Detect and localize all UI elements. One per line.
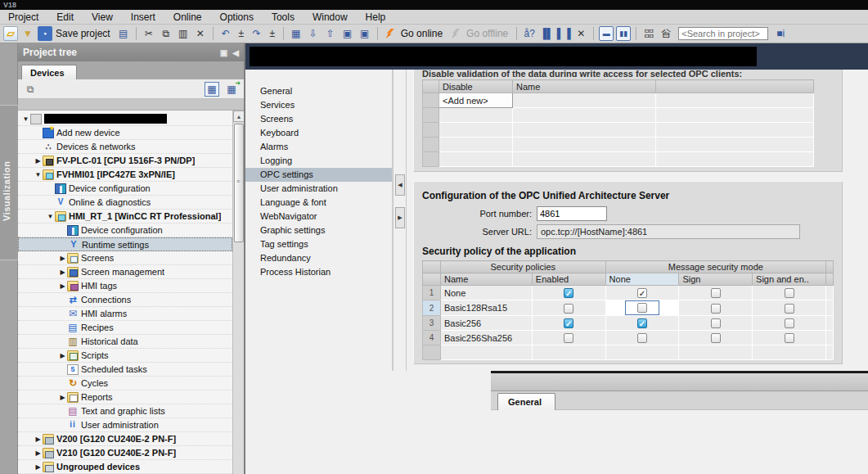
tree-item-hmi-alarms[interactable]: HMI alarms	[18, 307, 232, 321]
collapse-left-icon[interactable]: ◀	[395, 174, 405, 196]
tab-general[interactable]: General	[497, 393, 555, 410]
policy-name-cell[interactable]: Basic256	[440, 316, 532, 331]
sign-and-encrypt-cell[interactable]	[753, 331, 826, 345]
accessible-devices-icon[interactable]: å?	[522, 26, 537, 41]
checkbox-unchecked[interactable]	[711, 318, 721, 328]
column-header-enabled[interactable]: Enabled	[532, 273, 605, 286]
security-policy-row-basic256sha256[interactable]: 4Basic256Sha256	[423, 331, 834, 345]
table-row[interactable]	[423, 108, 814, 123]
security-policy-row-none[interactable]: 1None✓✓	[423, 286, 834, 300]
cross-reference-icon[interactable]: ✕	[573, 26, 588, 41]
enabled-cell[interactable]	[532, 300, 605, 316]
redo-dropdown-icon[interactable]: ±	[267, 26, 278, 41]
save-project-button[interactable]: Save project	[56, 28, 110, 39]
none-cell[interactable]: ✓	[605, 286, 679, 300]
menu-window[interactable]: Window	[313, 11, 348, 23]
checkbox-checked[interactable]: ✓	[637, 318, 647, 328]
pane-splitter[interactable]: ◀ ▶	[393, 70, 407, 371]
checkbox-unchecked[interactable]	[637, 303, 647, 313]
menu-help[interactable]: Help	[366, 11, 386, 23]
security-policy-row-basic256[interactable]: 3Basic256✓✓	[423, 316, 834, 331]
table-row[interactable]	[423, 138, 814, 152]
sign-cell[interactable]	[679, 286, 753, 300]
copy-icon[interactable]: ⧉	[159, 26, 173, 41]
settings-category-services[interactable]: Services	[245, 98, 392, 112]
paste-icon[interactable]: ▥	[176, 26, 191, 41]
none-cell[interactable]	[605, 331, 679, 345]
tree-item-scripts[interactable]: ▶Scripts	[18, 349, 232, 363]
scroll-up-icon[interactable]: ▲	[233, 111, 244, 122]
none-cell[interactable]	[605, 300, 679, 316]
go-offline-button[interactable]: Go offline	[466, 28, 508, 39]
expander-right-icon[interactable]: ▶	[34, 449, 43, 457]
expander-right-icon[interactable]: ▶	[58, 352, 67, 359]
tree-item-add-new-device[interactable]: Add new device	[18, 126, 232, 140]
split-editor-horizontal-icon[interactable]: ▬	[599, 26, 614, 41]
expander-right-icon[interactable]: ▶	[58, 282, 67, 290]
tree-item-reports[interactable]: ▶Reports	[18, 390, 232, 404]
port-number-input[interactable]	[537, 206, 607, 221]
menu-tools[interactable]: Tools	[272, 11, 295, 23]
redo-icon[interactable]: ↷	[250, 26, 264, 41]
settings-category-logging[interactable]: Logging	[245, 154, 392, 168]
tree-item-scheduled-tasks[interactable]: Scheduled tasks	[18, 363, 232, 377]
opc-clients-table[interactable]: DisableName<Add new>	[422, 79, 814, 167]
tree-item-fv-plc-01-cpu-1516f-3-pn-dp[interactable]: ▶FV-PLC-01 [CPU 1516F-3 PN/DP]	[18, 154, 232, 168]
tree-item-device-configuration[interactable]: Device configuration	[18, 223, 232, 237]
compile-icon[interactable]: ▦	[289, 26, 304, 41]
collapse-panel-icon[interactable]: ◀	[232, 48, 239, 57]
sign-cell[interactable]	[679, 316, 753, 331]
expander-down-icon[interactable]: ▼	[34, 171, 43, 178]
settings-category-redundancy[interactable]: Redundancy	[245, 251, 392, 265]
policy-name-cell[interactable]: None	[440, 286, 532, 300]
none-cell[interactable]: ✓	[605, 316, 679, 331]
expander-right-icon[interactable]: ▶	[58, 255, 67, 262]
stop-simulation-icon[interactable]: ▌▐	[556, 26, 571, 41]
stop-runtime-icon[interactable]: ▣	[358, 26, 372, 41]
table-row[interactable]	[423, 152, 814, 167]
tree-item-hmi-rt-1-wincc-rt-professional[interactable]: ▼HMI_RT_1 [WinCC RT Professional]	[18, 210, 232, 223]
scrollbar-thumb[interactable]: ≡	[234, 124, 244, 242]
settings-category-user-administration[interactable]: User administration	[245, 182, 392, 196]
save-project-icon[interactable]: ▪	[38, 26, 52, 41]
tree-item-v210-g120-cu240e-2-pn-f[interactable]: ▶V210 [G120 CU240E-2 PN-F]	[18, 446, 232, 460]
split-editor-vertical-icon[interactable]: ▮▮	[616, 26, 631, 41]
menu-options[interactable]: Options	[220, 11, 254, 23]
tree-scrollbar[interactable]: ▲ ≡	[232, 111, 244, 474]
tree-item-devices-networks[interactable]: Devices & networks	[18, 140, 232, 154]
upload-from-device-icon[interactable]: ⇧	[323, 26, 338, 41]
tree-item-hmi-tags[interactable]: ▶HMI tags	[18, 279, 232, 293]
menu-online[interactable]: Online	[173, 11, 202, 23]
checkbox-checked[interactable]: ✓	[564, 318, 573, 328]
tree-item-v200-g120-cu240e-2-pn-f[interactable]: ▶V200 [G120 CU240E-2 PN-F]	[18, 432, 232, 446]
name-cell[interactable]	[513, 152, 656, 167]
tree-item-screen-management[interactable]: ▶Screen management	[18, 265, 232, 279]
start-simulation-icon[interactable]: ▐▌	[539, 26, 554, 41]
security-policy-row-basic128rsa15[interactable]: 2Basic128Rsa15	[423, 300, 834, 316]
enabled-cell[interactable]: ✓	[532, 286, 605, 300]
checkbox-checked[interactable]: ✓	[637, 288, 647, 298]
sign-and-encrypt-cell[interactable]	[753, 300, 826, 316]
settings-category-graphic-settings[interactable]: Graphic settings	[245, 223, 392, 237]
disable-cell[interactable]	[439, 108, 513, 123]
expander-right-icon[interactable]: ▶	[34, 463, 43, 471]
settings-category-process-historian[interactable]: Process Historian	[245, 265, 392, 279]
go-online-icon[interactable]	[383, 26, 398, 41]
checkbox-unchecked[interactable]	[564, 333, 573, 343]
settings-category-alarms[interactable]: Alarms	[245, 140, 392, 154]
tree-filter-icon[interactable]: ⧉	[23, 82, 38, 97]
sign-and-encrypt-cell[interactable]	[753, 316, 826, 331]
disable-cell[interactable]: <Add new>	[439, 93, 513, 108]
policy-name-cell[interactable]: Basic128Rsa15	[440, 300, 532, 316]
tree-item-cycles[interactable]: Cycles	[18, 377, 232, 390]
checkbox-unchecked[interactable]	[785, 318, 794, 328]
sign-and-encrypt-cell[interactable]	[753, 286, 826, 300]
tree-item-text-and-graphic-lists[interactable]: Text and graphic lists	[18, 404, 232, 418]
expander-down-icon[interactable]: ▼	[46, 213, 55, 220]
touch-keyboard-icon[interactable]: 㗊	[641, 26, 656, 41]
table-row[interactable]: <Add new>	[423, 93, 814, 108]
download-to-device-icon[interactable]: ⇩	[306, 26, 321, 41]
name-cell[interactable]	[513, 138, 656, 152]
menu-insert[interactable]: Insert	[131, 11, 155, 23]
checkbox-unchecked[interactable]	[564, 304, 573, 314]
